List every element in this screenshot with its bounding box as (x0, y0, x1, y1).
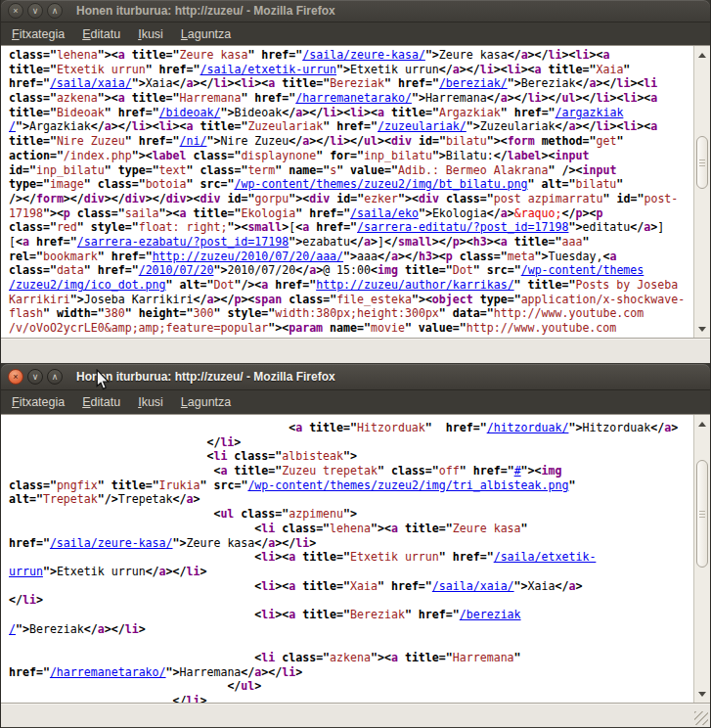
thumb-grip-icon (699, 511, 705, 518)
desktop: ×∨∧ Honen iturburua: http://zuzeu/ - Moz… (0, 0, 711, 728)
source-line: <ul class="azpimenu"> (9, 507, 693, 522)
status-bar (1, 703, 710, 727)
source-line: <li><a title="Xaia" href="/saila/xaia/">… (9, 579, 693, 594)
source-line: <a title="Hitzorduak" href="/hitzorduak/… (9, 421, 693, 435)
source-line: 17198"><p class="saila"><a title="Ekolog… (9, 206, 693, 221)
scroll-down-button[interactable] (694, 321, 710, 337)
source-code-view[interactable]: class="lehena"><a title="Zeure kasa" hre… (1, 46, 693, 338)
firefox-source-window-front: ×∨∧ Honen iturburua: http://zuzeu/ - Moz… (0, 364, 711, 728)
source-line: class="azkena"><a title="Harremana" href… (9, 91, 693, 106)
source-line: flash" width="380" height="300" style="w… (9, 306, 693, 321)
menu-item-laguntza[interactable]: Laguntza (172, 23, 240, 45)
menu-item-fitxategia[interactable]: Fitxategia (3, 23, 73, 45)
menubar: FitxategiaEditatuIkusiLaguntza (1, 23, 710, 45)
source-line: class="pngfix" title="Irukia" src="/wp-c… (9, 478, 693, 493)
source-line: href="/saila/xaia/">Xaia</a></li><li><a … (9, 76, 693, 91)
source-line: </li> (9, 694, 693, 703)
source-line: </li> (9, 593, 693, 608)
source-line: /></form></div></div></div><div id="gorp… (9, 192, 693, 206)
source-line: /zuzeu2/img/ico_dot.png" alt="Dot"/><a h… (9, 278, 693, 293)
close-icon[interactable]: × (8, 369, 23, 385)
source-line: class="red" style="float: right;"><small… (9, 220, 693, 235)
menu-item-editatu[interactable]: Editatu (73, 391, 129, 413)
source-line: </ul> (9, 679, 693, 694)
window-controls: ×∨∧ (8, 369, 63, 385)
scrollbar-thumb[interactable] (696, 136, 708, 189)
source-line: <li><a title="Bereziak" href="/bereziak (9, 608, 693, 622)
firefox-source-window-back: ×∨∧ Honen iturburua: http://zuzeu/ - Moz… (0, 0, 711, 364)
source-line: /v/oVoO2ycrLE0&amp;amp;feature=popular">… (9, 321, 693, 336)
window-title: Honen iturburua: http://zuzeu/ - Mozilla… (76, 370, 335, 384)
source-line: </li> (9, 435, 693, 450)
scrollbar-thumb[interactable] (696, 460, 708, 568)
minimize-icon[interactable]: ∨ (27, 369, 43, 385)
source-line: /">Bereziak</a></li> (9, 622, 693, 637)
source-line: href="/harremanetarako/">Harremana</a></… (9, 665, 693, 680)
source-line: href="/saila/zeure-kasa/">Zeure kasa</a>… (9, 536, 693, 551)
source-line (9, 636, 693, 651)
scroll-up-button[interactable] (694, 416, 710, 432)
source-line: type="image" class="botoia" src="/wp-con… (9, 177, 693, 192)
maximize-icon[interactable]: ∧ (47, 3, 63, 19)
menu-item-ikusi[interactable]: Ikusi (129, 391, 172, 413)
mouse-cursor (94, 369, 111, 394)
maximize-icon[interactable]: ∧ (47, 369, 63, 385)
window-title: Honen iturburua: http://zuzeu/ - Mozilla… (76, 4, 335, 18)
menu-item-laguntza[interactable]: Laguntza (172, 391, 240, 413)
window-controls: ×∨∧ (8, 3, 63, 19)
source-line: <li><a title="Etxetik urrun" href="/sail… (9, 550, 693, 565)
source-line: class="lehena"><a title="Zeure kasa" hre… (9, 48, 693, 63)
vertical-scrollbar[interactable] (693, 415, 710, 703)
close-icon[interactable]: × (8, 3, 23, 19)
source-line: [<a href="/sarrera-ezabatu/?post_id=1719… (9, 235, 693, 250)
resize-grip[interactable] (694, 711, 708, 725)
menu-item-fitxategia[interactable]: Fitxategia (3, 391, 73, 413)
scroll-up-button[interactable] (694, 47, 710, 63)
arrow-down-icon (698, 327, 706, 332)
source-line: action="/index.php"><label class="displa… (9, 149, 693, 163)
arrow-up-icon (698, 53, 706, 58)
source-line: <li class="azkena"><a title="Harremana" (9, 651, 693, 665)
content-row: class="lehena"><a title="Zeure kasa" hre… (1, 45, 710, 338)
source-line: <li class="lehena"><a title="Zeure kasa" (9, 522, 693, 536)
source-line: id="inp_bilatu" type="text" class="term"… (9, 163, 693, 178)
minimize-icon[interactable]: ∨ (27, 3, 43, 19)
source-line: title="Nire Zuzeu" href="/ni/">Nire Zuze… (9, 134, 693, 149)
source-line: <li class="albisteak"> (9, 449, 693, 464)
arrow-up-icon (698, 422, 706, 427)
source-line: /">Argazkiak</a></li><li><a title="Zuzeu… (9, 119, 693, 134)
vertical-scrollbar[interactable] (693, 46, 710, 338)
source-line: urrun">Etxetik urrun</a></li> (9, 565, 693, 579)
titlebar[interactable]: ×∨∧ Honen iturburua: http://zuzeu/ - Moz… (1, 0, 710, 23)
source-line: alt="Trepetak"/>Trepetak</a> (9, 492, 693, 507)
source-line: rel="bookmark" href="http://zuzeu/2010/0… (9, 250, 693, 264)
source-line: title="Bideoak" href="/bideoak/">Bideoak… (9, 106, 693, 120)
thumb-grip-icon (699, 159, 705, 166)
content-row: <a title="Hitzorduak" href="/hitzorduak/… (1, 414, 710, 703)
scroll-down-button[interactable] (694, 686, 710, 702)
source-line: <a title="Zuzeu trepetak" class="off" hr… (9, 464, 693, 478)
source-line: class="data" href="/2010/07/20">2010/07/… (9, 263, 693, 278)
menu-item-ikusi[interactable]: Ikusi (129, 23, 172, 45)
menu-item-editatu[interactable]: Editatu (73, 23, 129, 45)
source-line: title="Etxetik urrun" href="/saila/etxet… (9, 63, 693, 77)
source-code-view[interactable]: <a title="Hitzorduak" href="/hitzorduak/… (1, 415, 693, 703)
arrow-down-icon (698, 692, 706, 697)
status-bar (1, 338, 710, 363)
source-line: Karrikiri">Joseba Karrikiri</a></p><span… (9, 293, 693, 307)
